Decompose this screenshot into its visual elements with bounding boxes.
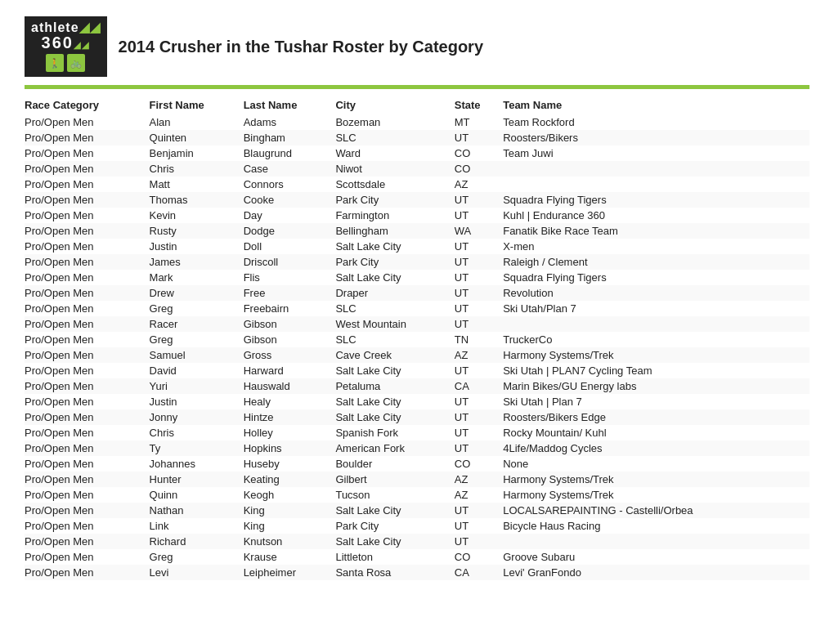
cell-26-4: UT bbox=[455, 518, 503, 534]
cell-19-5: Roosters/Bikers Edge bbox=[503, 409, 809, 425]
cell-7-0: Pro/Open Men bbox=[25, 223, 150, 239]
cell-16-2: Harward bbox=[244, 363, 336, 378]
cell-25-1: Nathan bbox=[150, 503, 244, 518]
cell-25-5: LOCALSAREPAINTING - Castelli/Orbea bbox=[503, 503, 809, 518]
cell-23-4: AZ bbox=[455, 472, 503, 487]
cell-8-5: X-men bbox=[503, 239, 809, 254]
cell-29-3: Santa Rosa bbox=[335, 565, 454, 580]
cell-14-1: Greg bbox=[150, 332, 244, 347]
table-row: Pro/Open MenDavidHarwardSalt Lake CityUT… bbox=[25, 363, 809, 378]
cell-7-2: Dodge bbox=[244, 223, 336, 239]
cell-29-1: Levi bbox=[150, 565, 244, 580]
cell-8-3: Salt Lake City bbox=[335, 239, 454, 254]
cell-1-3: SLC bbox=[335, 130, 454, 145]
cell-3-5 bbox=[503, 161, 809, 177]
cell-26-3: Park City bbox=[335, 518, 454, 534]
cell-20-3: Spanish Fork bbox=[335, 425, 454, 441]
cell-3-2: Case bbox=[244, 161, 336, 177]
table-row: Pro/Open MenLeviLeipheimerSanta RosaCALe… bbox=[25, 565, 809, 580]
logo-bottom-text: 360◢◢ bbox=[42, 34, 90, 51]
cell-18-4: UT bbox=[455, 394, 503, 409]
table-row: Pro/Open MenTyHopkinsAmerican ForkUT4Lif… bbox=[25, 441, 809, 456]
cell-9-1: James bbox=[150, 254, 244, 270]
cell-16-0: Pro/Open Men bbox=[25, 363, 150, 378]
cell-29-5: Levi' GranFondo bbox=[503, 565, 809, 580]
cell-23-1: Hunter bbox=[150, 472, 244, 487]
table-row: Pro/Open MenQuintenBinghamSLCUTRoosters/… bbox=[25, 130, 809, 145]
cell-3-4: CO bbox=[455, 161, 503, 177]
cell-10-3: Salt Lake City bbox=[335, 270, 454, 285]
cell-22-0: Pro/Open Men bbox=[25, 456, 150, 472]
cell-18-3: Salt Lake City bbox=[335, 394, 454, 409]
cell-0-4: MT bbox=[455, 114, 503, 130]
table-row: Pro/Open MenJamesDriscollPark CityUTRale… bbox=[25, 254, 809, 270]
cell-24-3: Tucson bbox=[335, 487, 454, 503]
cell-0-3: Bozeman bbox=[335, 114, 454, 130]
cell-26-0: Pro/Open Men bbox=[25, 518, 150, 534]
page-title: 2014 Crusher in the Tushar Roster by Cat… bbox=[119, 38, 483, 56]
cell-21-2: Hopkins bbox=[244, 441, 336, 456]
column-header-first-name: First Name bbox=[150, 96, 244, 114]
cell-4-3: Scottsdale bbox=[335, 177, 454, 192]
cell-10-1: Mark bbox=[150, 270, 244, 285]
cell-26-2: King bbox=[244, 518, 336, 534]
cell-21-5: 4Life/Maddog Cycles bbox=[503, 441, 809, 456]
table-row: Pro/Open MenRacerGibsonWest MountainUT bbox=[25, 316, 809, 332]
cell-28-4: CO bbox=[455, 549, 503, 565]
cell-19-4: UT bbox=[455, 409, 503, 425]
cell-22-2: Huseby bbox=[244, 456, 336, 472]
table-row: Pro/Open MenChrisCaseNiwotCO bbox=[25, 161, 809, 177]
cell-14-2: Gibson bbox=[244, 332, 336, 347]
cell-7-5: Fanatik Bike Race Team bbox=[503, 223, 809, 239]
header-row: Race CategoryFirst NameLast NameCityStat… bbox=[25, 96, 809, 114]
cell-11-3: Draper bbox=[335, 285, 454, 301]
table-row: Pro/Open MenLinkKingPark CityUTBicycle H… bbox=[25, 518, 809, 534]
column-header-last-name: Last Name bbox=[244, 96, 336, 114]
cell-2-4: CO bbox=[455, 145, 503, 161]
cell-25-0: Pro/Open Men bbox=[25, 503, 150, 518]
cell-27-5 bbox=[503, 534, 809, 549]
cell-5-3: Park City bbox=[335, 192, 454, 208]
cell-8-0: Pro/Open Men bbox=[25, 239, 150, 254]
cell-19-3: Salt Lake City bbox=[335, 409, 454, 425]
cell-23-2: Keating bbox=[244, 472, 336, 487]
cell-28-5: Groove Subaru bbox=[503, 549, 809, 565]
cell-25-4: UT bbox=[455, 503, 503, 518]
cell-2-1: Benjamin bbox=[150, 145, 244, 161]
cell-21-4: UT bbox=[455, 441, 503, 456]
page-header: athlete◢◢ 360◢◢ 🚶 🚲 2014 Crusher in the … bbox=[25, 16, 809, 77]
cell-6-3: Farmington bbox=[335, 208, 454, 223]
cell-1-1: Quinten bbox=[150, 130, 244, 145]
cell-20-4: UT bbox=[455, 425, 503, 441]
cell-2-2: Blaugrund bbox=[244, 145, 336, 161]
cell-9-5: Raleigh / Clement bbox=[503, 254, 809, 270]
column-header-city: City bbox=[335, 96, 454, 114]
cell-7-1: Rusty bbox=[150, 223, 244, 239]
cell-11-4: UT bbox=[455, 285, 503, 301]
cell-24-1: Quinn bbox=[150, 487, 244, 503]
cell-5-5: Squadra Flying Tigers bbox=[503, 192, 809, 208]
green-bar bbox=[25, 85, 809, 89]
cell-13-1: Racer bbox=[150, 316, 244, 332]
cell-11-5: Revolution bbox=[503, 285, 809, 301]
cell-3-1: Chris bbox=[150, 161, 244, 177]
table-row: Pro/Open MenMattConnorsScottsdaleAZ bbox=[25, 177, 809, 192]
table-row: Pro/Open MenGregFreebairnSLCUTSki Utah/P… bbox=[25, 301, 809, 316]
cell-17-0: Pro/Open Men bbox=[25, 378, 150, 394]
cell-21-3: American Fork bbox=[335, 441, 454, 456]
cell-2-3: Ward bbox=[335, 145, 454, 161]
cell-20-5: Rocky Mountain/ Kuhl bbox=[503, 425, 809, 441]
cell-16-1: David bbox=[150, 363, 244, 378]
cell-27-4: UT bbox=[455, 534, 503, 549]
cell-16-5: Ski Utah | PLAN7 Cycling Team bbox=[503, 363, 809, 378]
cell-6-4: UT bbox=[455, 208, 503, 223]
column-header-race-category: Race Category bbox=[25, 96, 150, 114]
cell-17-1: Yuri bbox=[150, 378, 244, 394]
cell-6-1: Kevin bbox=[150, 208, 244, 223]
cell-6-0: Pro/Open Men bbox=[25, 208, 150, 223]
cell-27-0: Pro/Open Men bbox=[25, 534, 150, 549]
cell-21-1: Ty bbox=[150, 441, 244, 456]
cell-12-5: Ski Utah/Plan 7 bbox=[503, 301, 809, 316]
cell-23-5: Harmony Systems/Trek bbox=[503, 472, 809, 487]
cell-5-1: Thomas bbox=[150, 192, 244, 208]
